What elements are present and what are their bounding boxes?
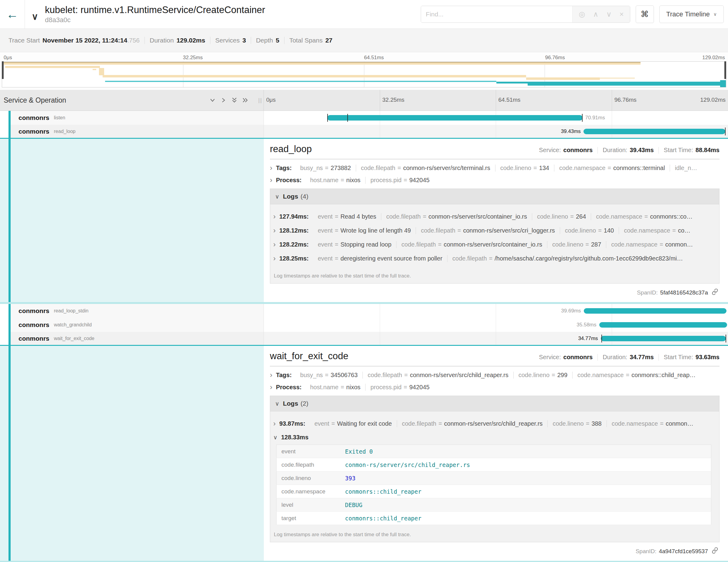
tag-item: code.filepath=conmon-rs/server/src/termi… — [356, 165, 495, 172]
minimap-span-segment — [720, 80, 726, 87]
tag-item: idle_n… — [670, 165, 706, 172]
chevron-right-icon: › — [270, 164, 272, 172]
span-row-name-cell[interactable]: conmonrs wait_for_exit_code — [0, 332, 264, 345]
span-bar[interactable] — [327, 115, 582, 121]
minimap-span-segment — [93, 69, 96, 70]
collapse-trace-header-chevron[interactable]: ∨ — [32, 11, 38, 22]
log-timestamp: 128.22ms: — [279, 241, 309, 248]
clear-search-icon[interactable]: × — [620, 10, 624, 19]
operation-name: listen — [54, 115, 65, 121]
log-field-key: level — [277, 498, 340, 512]
column-resizer[interactable]: || — [258, 97, 262, 104]
minimap-span-segment — [526, 77, 600, 80]
copy-link-icon[interactable] — [710, 547, 718, 555]
divider — [270, 159, 719, 159]
page-title: kubelet: runtime.v1.RuntimeService/Creat… — [45, 5, 265, 15]
detail-left-gutter — [0, 346, 264, 561]
span-rows-mid: conmonrs read_loop_stdin 39.69ms conmonr… — [0, 304, 728, 346]
span-accent-bar — [9, 139, 11, 302]
next-match-icon[interactable]: ∨ — [606, 10, 612, 19]
span-row[interactable]: conmonrs watch_grandchild 35.58ms — [0, 318, 728, 332]
trace-minimap: 0μs 32.25ms 64.51ms 96.76ms 129.02ms — [0, 52, 728, 90]
span-duration-label: 34.77ms — [575, 335, 600, 342]
copy-link-icon[interactable] — [710, 288, 718, 297]
log-field: code.lineno=140 — [560, 227, 619, 234]
minimap-span-segment — [4, 63, 641, 65]
log-field: event=deregistering event source from po… — [313, 255, 447, 262]
span-rows-top: conmonrs listen 70.91ms conmonrs read_lo… — [0, 111, 728, 139]
minimap-scrubber-left[interactable] — [2, 61, 4, 79]
log-entry[interactable]: › 93.87ms: event=Waiting for exit codeco… — [273, 420, 715, 427]
logs-header[interactable]: ∨ Logs(2) — [270, 396, 719, 411]
view-selector-dropdown[interactable]: Trace Timeline ∨ — [659, 5, 724, 23]
log-field-value: 393 — [340, 472, 711, 485]
span-bar[interactable] — [584, 308, 726, 314]
log-entry[interactable]: › 127.94ms: event=Read 4 bytescode.filep… — [273, 213, 715, 220]
keyboard-shortcuts-button[interactable]: ⌘ — [636, 5, 654, 23]
log-field: code.namespace=conmon… — [606, 241, 698, 248]
trace-summary-bar: Trace Start November 15 2022, 11:24:14.7… — [0, 29, 728, 52]
expand-all-icon[interactable] — [242, 97, 248, 103]
logs-header[interactable]: ∨ Logs(4) — [270, 189, 719, 204]
log-field: code.filepath=conmon-rs/server/src/cri_l… — [416, 227, 560, 234]
tags-row[interactable]: › Tags: busy_ns=34506763code.filepath=co… — [270, 371, 719, 379]
axis-tick-label: 129.02ms — [702, 55, 725, 61]
log-field: code.namespace=conmon… — [607, 420, 698, 427]
focus-match-icon[interactable]: ◎ — [579, 10, 585, 19]
span-row-name-cell[interactable]: conmonrs read_loop — [0, 125, 264, 138]
expand-one-icon[interactable] — [220, 97, 226, 103]
process-row[interactable]: › Process: host.name=nixosprocess.pid=94… — [270, 176, 719, 184]
span-row[interactable]: conmonrs wait_for_exit_code 34.77ms — [0, 332, 728, 346]
trace-title-block: kubelet: runtime.v1.RuntimeService/Creat… — [45, 5, 265, 24]
axis-tick-label: 96.76ms — [545, 55, 565, 61]
collapse-all-icon[interactable] — [231, 97, 237, 103]
span-row[interactable]: conmonrs listen 70.91ms — [0, 111, 728, 125]
collapse-one-icon[interactable] — [209, 97, 216, 103]
tag-item: busy_ns=34506763 — [295, 372, 362, 379]
log-field: event=Waiting for exit code — [310, 420, 397, 427]
span-row[interactable]: conmonrs read_loop_stdin 39.69ms — [0, 304, 728, 318]
span-detail-title: wait_for_exit_code — [270, 351, 349, 362]
process-row[interactable]: › Process: host.name=nixosprocess.pid=94… — [270, 383, 719, 391]
chevron-right-icon: › — [270, 371, 272, 379]
log-field-row: event Exited 0 — [277, 445, 711, 458]
span-row[interactable]: conmonrs read_loop 39.43ms — [0, 125, 728, 139]
divider — [270, 366, 719, 366]
log-field: event=Wrote log line of length 49 — [313, 227, 416, 234]
span-duration-label: 35.58ms — [574, 322, 599, 328]
span-bar[interactable] — [599, 322, 727, 328]
operation-name: wait_for_exit_code — [54, 336, 94, 341]
log-entry[interactable]: › 128.12ms: event=Wrote log line of leng… — [273, 227, 715, 234]
trace-id: d8a3a0c — [45, 16, 265, 24]
span-detail-meta: Service:conmonrs Duration:34.77ms Start … — [539, 354, 719, 361]
axis-tick-label: 64.51ms — [498, 97, 521, 103]
trace-duration: Duration129.02ms — [145, 37, 210, 44]
back-button[interactable]: ← — [0, 0, 25, 29]
log-entry[interactable]: › 128.25ms: event=deregistering event so… — [273, 255, 715, 262]
service-name: conmonrs — [19, 321, 49, 329]
span-bar[interactable] — [583, 129, 725, 134]
axis-tick-label: 0μs — [266, 97, 276, 103]
logs-footnote: Log timestamps are relative to the start… — [270, 527, 719, 542]
span-bar[interactable] — [601, 336, 726, 341]
log-entry[interactable]: › 128.22ms: event=Stopping read loopcode… — [273, 241, 715, 248]
axis-tick-label: 129.02ms — [700, 97, 726, 103]
service-name: conmonrs — [19, 114, 49, 121]
service-name: conmonrs — [19, 307, 49, 315]
logs-section: ∨ Logs(4) › 127.94ms: event=Read 4 bytes… — [270, 189, 719, 284]
span-row-timeline: 39.43ms — [264, 125, 728, 138]
minimap-scrubber-right[interactable] — [724, 61, 726, 79]
expanded-log-entry[interactable]: ∨ 128.33ms — [273, 434, 715, 441]
prev-match-icon[interactable]: ∧ — [593, 10, 598, 19]
tag-item: code.namespace=conmonrs::terminal — [554, 165, 670, 172]
minimap-span-segment — [5, 66, 100, 68]
span-id-value: 4a947cfd1ce59537 — [659, 548, 708, 555]
minimap-canvas[interactable] — [2, 61, 726, 87]
tags-row[interactable]: › Tags: busy_ns=273882code.filepath=conm… — [270, 164, 719, 172]
span-row-name-cell[interactable]: conmonrs watch_grandchild — [0, 318, 264, 332]
span-row-name-cell[interactable]: conmonrs read_loop_stdin — [0, 304, 264, 318]
find-input[interactable] — [421, 6, 573, 22]
span-row-name-cell[interactable]: conmonrs listen — [0, 111, 264, 125]
log-field: code.namespace=conmonrs::co… — [591, 213, 697, 220]
chevron-right-icon: › — [270, 383, 272, 391]
